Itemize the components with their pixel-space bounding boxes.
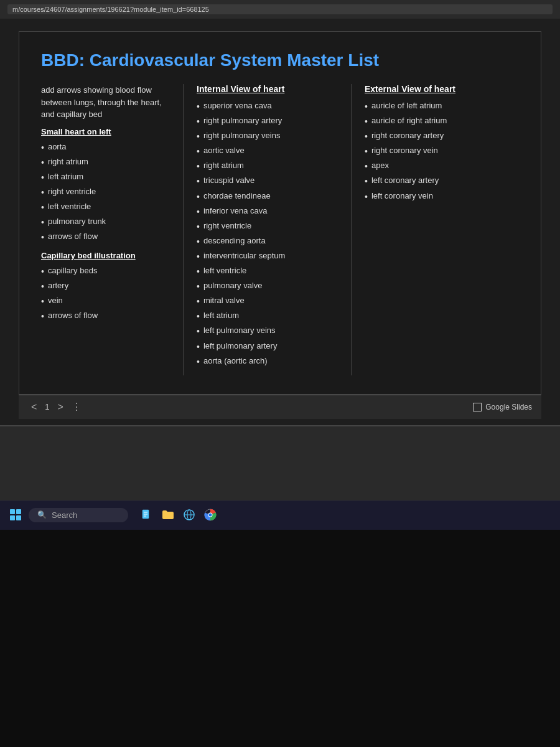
- list-item: tricuspid valve: [197, 174, 339, 189]
- list-item: artery: [41, 279, 171, 294]
- windows-quad-3: [10, 515, 15, 520]
- list-item: right coronary vein: [365, 144, 510, 159]
- intro-text: add arrows showing blood flow between lu…: [41, 84, 171, 121]
- list-item: aorta: [41, 140, 171, 155]
- nav-back-button[interactable]: <: [28, 400, 40, 414]
- internal-view-heading: Internal View of heart: [197, 84, 339, 94]
- search-placeholder-text: Search: [52, 510, 77, 520]
- windows-quad-4: [16, 515, 21, 520]
- empty-slide-area: [0, 425, 560, 500]
- nav-forward-button[interactable]: >: [55, 400, 67, 414]
- list-item: auricle of right atrium: [365, 114, 510, 129]
- list-item: aorta (aortic arch): [197, 354, 339, 369]
- svg-point-9: [209, 514, 212, 517]
- list-item: right ventricle: [197, 219, 339, 234]
- list-item: right atrium: [197, 159, 339, 174]
- windows-start-button[interactable]: [7, 507, 24, 523]
- taskbar-icons-group: [139, 507, 218, 522]
- list-item: right coronary artery: [365, 129, 510, 144]
- page-number: 1: [45, 402, 49, 411]
- internal-view-list: superior vena cava right pulmonary arter…: [197, 99, 339, 369]
- windows-quad-1: [10, 509, 15, 514]
- folder-icon[interactable]: [161, 507, 175, 522]
- list-item: descending aorta: [197, 234, 339, 249]
- right-column: External View of heart auricle of left a…: [352, 84, 519, 375]
- slide-navigation: < 1 > ⋮ Google Slides: [19, 395, 541, 419]
- desk-area: [0, 530, 560, 747]
- google-slides-text: Google Slides: [485, 403, 532, 411]
- list-item: pulmonary valve: [197, 279, 339, 294]
- list-item: pulmonary trunk: [41, 215, 171, 230]
- taskbar: 🔍 Search: [0, 500, 560, 530]
- list-item: aortic valve: [197, 144, 339, 159]
- list-item: mitral valve: [197, 294, 339, 309]
- list-item: inferior vena cava: [197, 204, 339, 219]
- list-item: capillary beds: [41, 264, 171, 279]
- external-view-heading: External View of heart: [365, 84, 510, 94]
- list-item: left pulmonary artery: [197, 339, 339, 354]
- list-item: right pulmonary artery: [197, 114, 339, 129]
- small-heart-list: aorta right atrium left atrium right ven…: [41, 140, 171, 245]
- small-heart-heading: Small heart on left: [41, 127, 171, 136]
- search-icon: 🔍: [37, 510, 47, 519]
- list-item: left coronary artery: [365, 174, 510, 189]
- list-item: left atrium: [197, 309, 339, 324]
- list-item: right pulmonary veins: [197, 129, 339, 144]
- browser-icon[interactable]: [182, 507, 197, 522]
- list-item: vein: [41, 294, 171, 309]
- capillary-heading: Capillary bed illustration: [41, 251, 171, 260]
- list-item: auricle of left atrium: [365, 99, 510, 114]
- list-item: left atrium: [41, 170, 171, 185]
- list-item: arrows of flow: [41, 309, 171, 324]
- columns-container: add arrows showing blood flow between lu…: [41, 84, 519, 375]
- list-item: right ventricle: [41, 185, 171, 200]
- google-slides-icon: [473, 403, 482, 411]
- google-slides-label: Google Slides: [473, 403, 532, 411]
- middle-column: Internal View of heart superior vena cav…: [184, 84, 352, 375]
- list-item: apex: [365, 159, 510, 174]
- list-item: chordae tendineae: [197, 189, 339, 204]
- windows-icon: [10, 509, 21, 520]
- file-icon[interactable]: [139, 507, 154, 522]
- address-bar[interactable]: m/courses/24607/assignments/196621?modul…: [7, 4, 553, 14]
- external-view-list: auricle of left atrium auricle of right …: [365, 99, 510, 204]
- taskbar-search-box[interactable]: 🔍 Search: [29, 508, 128, 522]
- list-item: left ventricle: [41, 200, 171, 215]
- list-item: right atrium: [41, 155, 171, 170]
- list-item: arrows of flow: [41, 230, 171, 245]
- windows-quad-2: [16, 509, 21, 514]
- screen: BBD: Cardiovascular System Master List a…: [0, 19, 560, 425]
- slide-content: BBD: Cardiovascular System Master List a…: [19, 31, 541, 395]
- list-item: interventricular septum: [197, 249, 339, 264]
- slide-title: BBD: Cardiovascular System Master List: [41, 50, 519, 70]
- nav-options-button[interactable]: ⋮: [72, 401, 82, 413]
- left-column: add arrows showing blood flow between lu…: [41, 84, 184, 375]
- list-item: left ventricle: [197, 264, 339, 279]
- list-item: superior vena cava: [197, 99, 339, 114]
- list-item: left coronary vein: [365, 189, 510, 204]
- chrome-icon[interactable]: [203, 507, 218, 522]
- capillary-list: capillary beds artery vein arrows of flo…: [41, 264, 171, 324]
- address-bar-container: m/courses/24607/assignments/196621?modul…: [0, 0, 560, 19]
- list-item: left pulmonary veins: [197, 324, 339, 339]
